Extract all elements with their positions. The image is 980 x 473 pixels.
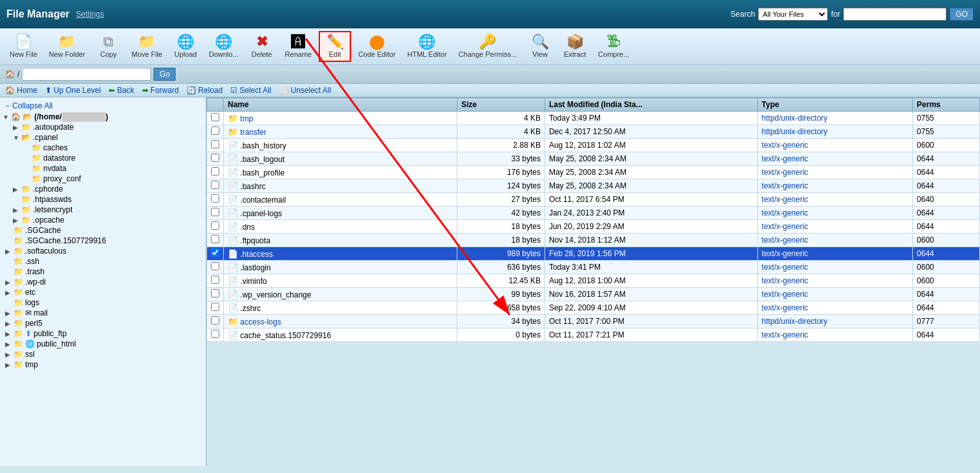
row-checkbox[interactable] — [207, 328, 224, 342]
settings-link[interactable]: Settings — [76, 10, 104, 19]
table-row[interactable]: 📄 .viminfo 12.45 KB Aug 12, 2018 1:00 AM… — [207, 274, 980, 288]
collapse-all-button[interactable]: − Collapse All — [3, 100, 203, 112]
new-file-button[interactable]: 📄 New File — [5, 32, 42, 61]
copy-button[interactable]: ⧉ Copy — [92, 32, 125, 61]
row-checkbox[interactable] — [207, 301, 224, 315]
sidebar-item-cpanel[interactable]: ▼ 📂 .cpanel — [3, 132, 203, 143]
nav-forward[interactable]: ➡ Forward — [142, 86, 179, 95]
upload-button[interactable]: 🌐 Upload — [170, 32, 202, 61]
row-checkbox[interactable] — [207, 152, 224, 166]
row-checkbox[interactable] — [207, 220, 224, 234]
table-row[interactable]: 📄 .ftpquota 18 bytes Nov 14, 2018 1:12 A… — [207, 234, 980, 247]
search-scope-select[interactable]: All Your Files This Folder File Names On… — [758, 8, 828, 21]
col-size[interactable]: Size — [457, 98, 545, 112]
row-name[interactable]: 📁 transfer — [224, 125, 457, 139]
table-row[interactable]: 📄 .bash_history 2.88 KB Aug 12, 2018 1:0… — [207, 139, 980, 152]
row-name[interactable]: 📄 .zshrc — [224, 301, 457, 315]
sidebar-item-autoupdate[interactable]: ▶ 📁 .autoupdate — [3, 122, 203, 132]
table-row[interactable]: 📄 .dns 18 bytes Jun 20, 2019 2:29 AM tex… — [207, 220, 980, 234]
sidebar-item-htpasswds[interactable]: 📁 .htpasswds — [3, 194, 203, 205]
sidebar-item-public-ftp[interactable]: ▶ 📁 ⬆ public_ftp — [3, 328, 203, 339]
code-editor-button[interactable]: ⬤ Code Editor — [354, 32, 400, 61]
row-checkbox[interactable] — [207, 247, 224, 261]
view-button[interactable]: 🔍 View — [524, 32, 556, 61]
row-name[interactable]: 📄 .cpanel-logs — [224, 206, 457, 220]
extract-button[interactable]: 📦 Extract — [559, 32, 591, 61]
row-checkbox[interactable] — [207, 166, 224, 179]
table-row[interactable]: 📄 .zshrc 658 bytes Sep 22, 2009 4:10 AM … — [207, 301, 980, 315]
row-name[interactable]: 📄 .contactemail — [224, 193, 457, 206]
path-input[interactable] — [22, 68, 151, 81]
table-row[interactable]: 📄 .contactemail 27 bytes Oct 11, 2017 6:… — [207, 193, 980, 206]
table-row[interactable]: 📄 .cpanel-logs 42 bytes Jan 24, 2013 2:4… — [207, 206, 980, 220]
col-perms[interactable]: Perms — [913, 98, 980, 112]
nav-up-one-level[interactable]: ⬆ Up One Level — [45, 86, 101, 95]
row-checkbox[interactable] — [207, 234, 224, 247]
nav-reload[interactable]: 🔄 Reload — [186, 86, 223, 95]
row-name[interactable]: 📄 .htaccess — [224, 247, 457, 261]
row-checkbox[interactable] — [207, 125, 224, 139]
sidebar-item-cphorde[interactable]: ▶ 📁 .cphorde — [3, 184, 203, 194]
path-go-button[interactable]: Go — [154, 68, 175, 81]
table-row[interactable]: 📄 cache_status.1507729916 0 bytes Oct 11… — [207, 328, 980, 342]
row-name[interactable]: 📁 tmp — [224, 112, 457, 125]
nav-unselect-all[interactable]: ⬜ Unselect All — [279, 86, 332, 95]
row-name[interactable]: 📄 .wp_version_change — [224, 288, 457, 301]
sidebar-item-tmp[interactable]: ▶ 📁 tmp — [3, 359, 203, 370]
sidebar-item-ssh[interactable]: 📁 .ssh — [3, 256, 203, 267]
sidebar-item-sgcache2[interactable]: 📁 .SGCache.1507729916 — [3, 236, 203, 246]
row-checkbox[interactable] — [207, 261, 224, 274]
row-checkbox[interactable] — [207, 112, 224, 125]
sidebar-item-nvdata[interactable]: 📁 nvdata — [3, 163, 203, 174]
row-name[interactable]: 📄 .bash_profile — [224, 166, 457, 179]
download-button[interactable]: 🌐 Downlo... — [205, 32, 243, 61]
table-row[interactable]: 📄 .htaccess 989 bytes Feb 28, 2019 1:56 … — [207, 247, 980, 261]
file-table-wrap[interactable]: Name Size Last Modified (India Sta... Ty… — [206, 97, 980, 466]
search-input[interactable] — [843, 8, 946, 21]
sidebar-item-logs[interactable]: 📁 logs — [3, 297, 203, 308]
sidebar-item-perl5[interactable]: ▶ 📁 perl5 — [3, 318, 203, 328]
sidebar-item-caches[interactable]: 📁 caches — [3, 143, 203, 153]
col-name[interactable]: Name — [224, 98, 457, 112]
row-checkbox[interactable] — [207, 274, 224, 288]
sidebar-item-datastore[interactable]: 📁 datastore — [3, 153, 203, 163]
sidebar-item-wp-di[interactable]: ▶ 📁 .wp-di — [3, 277, 203, 287]
row-checkbox[interactable] — [207, 179, 224, 193]
row-checkbox[interactable] — [207, 315, 224, 328]
nav-home[interactable]: 🏠 Home — [5, 86, 37, 95]
html-editor-button[interactable]: 🌐 HTML Editor — [403, 32, 451, 61]
sidebar-item-mail[interactable]: ▶ 📁 ✉ mail — [3, 308, 203, 318]
sidebar-item-trash[interactable]: 📁 .trash — [3, 267, 203, 277]
table-row[interactable]: 📁 access-logs 34 bytes Oct 11, 2017 7:00… — [207, 315, 980, 328]
change-perms-button[interactable]: 🔑 Change Permiss... — [454, 32, 521, 61]
compress-button[interactable]: 🗜 Compre... — [594, 32, 634, 61]
row-name[interactable]: 📁 access-logs — [224, 315, 457, 328]
sidebar-item-softaculous[interactable]: ▶ 📁 .softaculous — [3, 246, 203, 256]
sidebar-item-public-html[interactable]: ▶ 📁 🌐 public_html — [3, 339, 203, 349]
rename-button[interactable]: 🅰 Rename — [281, 32, 317, 61]
sidebar-item-etc[interactable]: ▶ 📁 etc — [3, 287, 203, 297]
row-name[interactable]: 📄 .bash_logout — [224, 152, 457, 166]
row-checkbox[interactable] — [207, 193, 224, 206]
move-file-button[interactable]: 📁 Move File — [127, 32, 167, 61]
row-checkbox[interactable] — [207, 206, 224, 220]
sidebar-item-sgcache[interactable]: 📁 .SGCache — [3, 225, 203, 236]
col-type[interactable]: Type — [757, 98, 913, 112]
row-name[interactable]: 📄 .viminfo — [224, 274, 457, 288]
delete-button[interactable]: ✖ Delete — [246, 32, 278, 61]
sidebar-item-opcache[interactable]: ▶ 📁 .opcache — [3, 215, 203, 225]
row-name[interactable]: 📄 .lastlogin — [224, 261, 457, 274]
table-row[interactable]: 📁 transfer 4 KB Dec 4, 2017 12:50 AM htt… — [207, 125, 980, 139]
row-name[interactable]: 📄 .ftpquota — [224, 234, 457, 247]
col-modified[interactable]: Last Modified (India Sta... — [545, 98, 757, 112]
search-go-button[interactable]: GO — [950, 8, 974, 21]
new-folder-button[interactable]: 📁 New Folder — [45, 32, 90, 61]
row-name[interactable]: 📄 .dns — [224, 220, 457, 234]
nav-select-all[interactable]: ☑ Select All — [230, 86, 271, 95]
table-row[interactable]: 📁 tmp 4 KB Today 3:49 PM httpd/unix-dire… — [207, 112, 980, 125]
row-name[interactable]: 📄 cache_status.1507729916 — [224, 328, 457, 342]
sidebar-item-ssl[interactable]: ▶ 📁 ssl — [3, 349, 203, 359]
table-row[interactable]: 📄 .bash_profile 176 bytes May 25, 2008 2… — [207, 166, 980, 179]
table-row[interactable]: 📄 .bash_logout 33 bytes May 25, 2008 2:3… — [207, 152, 980, 166]
row-name[interactable]: 📄 .bash_history — [224, 139, 457, 152]
